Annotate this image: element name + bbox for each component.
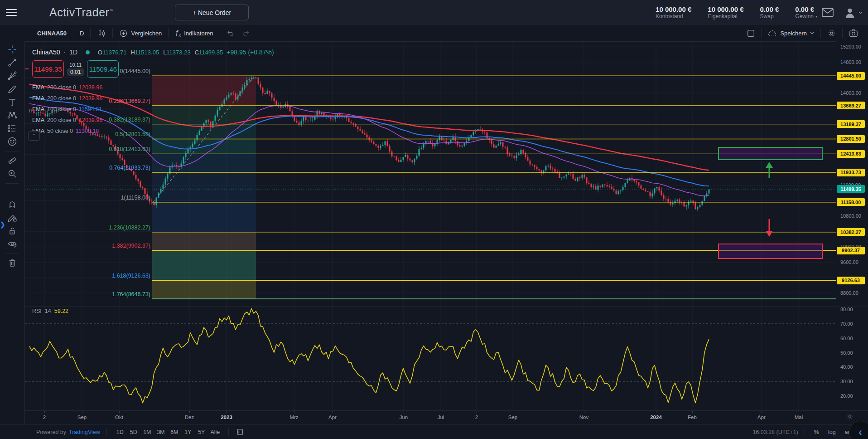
rsi-tick: 40.00 xyxy=(840,364,853,370)
snapshot-button[interactable] xyxy=(843,25,864,41)
ema-legend-row: EMA50 close 011308.18 xyxy=(32,126,102,137)
chart-legend: ChinaA50 · 1D O11376.71H11513.05L11373.2… xyxy=(32,49,274,56)
price-scale[interactable]: 15200.0014800.0014000.0011600.0010800.00… xyxy=(836,41,868,424)
time-label: Jul xyxy=(425,415,457,420)
range-button-alle[interactable]: Alle xyxy=(208,428,222,437)
fib-price-badge: 14445.00 xyxy=(837,72,865,80)
current-price-badge: 11499.35 xyxy=(837,185,865,193)
new-order-button[interactable]: + Neue Order xyxy=(175,5,249,20)
time-tick-mark xyxy=(584,411,584,413)
trend-line-icon[interactable] xyxy=(5,56,20,69)
user-avatar[interactable] xyxy=(844,6,863,19)
gann-fib-icon[interactable] xyxy=(5,69,20,82)
drawing-mode-icon[interactable] xyxy=(5,211,20,224)
time-label: 2 xyxy=(29,415,60,420)
rsi-tick: 50.00 xyxy=(840,350,853,356)
settings-button[interactable] xyxy=(821,25,842,41)
interval-button[interactable]: D xyxy=(73,25,90,41)
account-stat-gewinn[interactable]: 0.00 €Gewinn▾ xyxy=(795,5,817,20)
mail-icon[interactable] xyxy=(822,8,834,17)
spread-display: 10.11 0.01 xyxy=(67,62,84,76)
time-tick-mark xyxy=(189,411,190,413)
go-to-date-icon[interactable] xyxy=(235,428,243,436)
order-price-boxes: 11499.35 10.11 0.01 11509.46 xyxy=(32,60,119,78)
range-button-3m[interactable]: 3M xyxy=(154,428,168,437)
drawing-toolbar xyxy=(0,41,25,424)
range-button-1d[interactable]: 1D xyxy=(113,428,127,437)
time-label: Feb xyxy=(676,415,708,420)
candle-style-button[interactable] xyxy=(91,25,112,41)
redo-button[interactable] xyxy=(241,25,256,41)
market-status-dot xyxy=(86,50,90,54)
emoji-icon[interactable] xyxy=(5,135,20,148)
fib-price-badge: 13189.37 xyxy=(837,120,865,128)
buy-button[interactable]: 11509.46 xyxy=(87,60,119,78)
rsi-tick: 80.00 xyxy=(840,307,853,312)
menu-icon[interactable] xyxy=(6,9,17,16)
brush-icon[interactable] xyxy=(5,83,20,95)
top-header: ActivTrader™ + Neue Order 10 000.00 €Kon… xyxy=(0,0,868,25)
time-label: 2 xyxy=(461,415,492,420)
fib-price-badge: 11933.73 xyxy=(837,169,865,176)
rsi-tick: 70.00 xyxy=(840,321,853,327)
legend-collapse-button[interactable]: ⌃ xyxy=(28,131,40,141)
range-button-1y[interactable]: 1Y xyxy=(181,428,195,437)
rsi-value: 59.22 xyxy=(54,308,68,314)
log-scale-toggle[interactable]: log xyxy=(828,429,836,435)
ruler-icon[interactable] xyxy=(5,154,20,167)
save-button[interactable]: Speichern xyxy=(762,25,820,41)
sell-price-tick xyxy=(25,68,29,69)
legend-interval: 1D xyxy=(69,49,77,56)
chart-pane[interactable]: ChinaA50 · 1D O11376.71H11513.05L11373.2… xyxy=(25,41,836,424)
price-tick: 8800.00 xyxy=(840,290,858,296)
chart-toolbar: CHINAA50 D Vergleichen ƒx Indikatoren xyxy=(0,25,868,42)
percent-scale-toggle[interactable]: % xyxy=(814,429,819,435)
symbol-button[interactable]: CHINAA50 xyxy=(31,25,73,41)
range-button-6m[interactable]: 6M xyxy=(168,428,181,437)
plus-circle-icon xyxy=(119,29,128,38)
time-tick-mark xyxy=(404,411,404,413)
range-button-5d[interactable]: 5D xyxy=(127,428,140,437)
undo-button[interactable] xyxy=(220,25,241,41)
time-label: Sep xyxy=(497,415,529,420)
hide-drawings-icon[interactable] xyxy=(5,238,20,250)
prediction-icon[interactable] xyxy=(5,122,20,135)
range-button-1m[interactable]: 1M xyxy=(140,428,154,437)
multichart-checkbox[interactable] xyxy=(741,25,761,41)
time-label: Mai xyxy=(783,415,815,420)
crosshair-icon[interactable] xyxy=(5,43,20,56)
time-axis[interactable]: 2SepOktDez2023MrzAprJunJul2SepNov2024Feb… xyxy=(25,410,836,424)
ema-legend-row: EMA200 close 012039.96 xyxy=(32,93,102,104)
timezone-sun-icon[interactable] xyxy=(846,413,853,420)
price-chart-canvas[interactable] xyxy=(25,41,836,410)
trademark: ™ xyxy=(109,9,114,13)
fib-price-badge: 11158.00 xyxy=(837,198,865,206)
time-tick-mark xyxy=(333,411,333,413)
fx-icon: ƒx xyxy=(175,29,181,38)
fib-price-badge: 13669.27 xyxy=(837,102,865,109)
trash-icon[interactable] xyxy=(5,257,20,269)
xabcd-pattern-icon[interactable] xyxy=(5,109,20,122)
cloud-icon xyxy=(768,30,777,37)
watchlist-expand-chevron[interactable]: ❯ xyxy=(0,221,5,228)
tradingview-link[interactable]: TradingView xyxy=(69,429,100,435)
indicators-button[interactable]: ƒx Indikatoren xyxy=(169,25,219,41)
text-tool-icon[interactable] xyxy=(5,96,20,108)
lock-drawings-icon[interactable] xyxy=(5,224,20,237)
time-label: Mrz xyxy=(278,415,310,420)
magnet-icon[interactable] xyxy=(5,198,20,211)
compare-button[interactable]: Vergleichen xyxy=(113,25,168,41)
zoom-in-icon[interactable] xyxy=(5,167,20,180)
ema-legend-row: EMA100 close 011594.81 xyxy=(32,104,102,115)
ema-legend-row: EMA200 close 012039.96 xyxy=(32,115,102,126)
fib-price-badge: 9126.63 xyxy=(837,277,865,284)
time-tick-mark xyxy=(294,411,294,413)
rsi-tick: 60.00 xyxy=(840,336,853,341)
price-tick: 14800.00 xyxy=(840,59,861,65)
activtrader-app: ActivTrader™ + Neue Order 10 000.00 €Kon… xyxy=(0,0,868,439)
time-tick-mark xyxy=(227,411,227,413)
time-label: Sep xyxy=(66,415,98,420)
range-button-5y[interactable]: 5Y xyxy=(195,428,208,437)
sell-button[interactable]: 11499.35 xyxy=(32,60,64,78)
session-clock[interactable]: 16:03:28 (UTC+1) xyxy=(752,429,798,435)
